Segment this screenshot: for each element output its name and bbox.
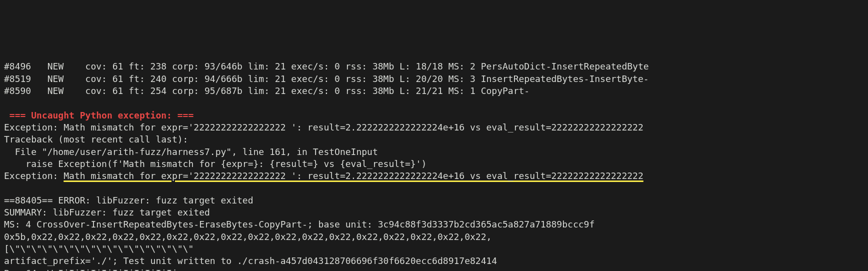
libfuzzer-ascii-line: [\"\"\"\"\"\"\"\"\"\"\"\"\"\"\"\"\" <box>4 244 194 254</box>
fuzz-log-line: #8519 NEW cov: 61 ft: 240 corp: 94/666b … <box>4 74 649 84</box>
traceback-intro: Traceback (most recent call last): <box>4 134 188 144</box>
exception-header: === Uncaught Python exception: === <box>4 110 194 120</box>
libfuzzer-artifact-line: artifact_prefix='./'; Test unit written … <box>4 256 497 266</box>
exception-message: Exception: Math mismatch for expr='22222… <box>4 122 644 132</box>
libfuzzer-base64-line: Base64: WyIiIiIiIiIiIiIiIiIiIiIi <box>4 268 178 271</box>
terminal-output: #8496 NEW cov: 61 ft: 238 corp: 93/646b … <box>0 48 868 271</box>
libfuzzer-summary-line: SUMMARY: libFuzzer: fuzz target exited <box>4 207 210 218</box>
traceback-raise-line: raise Exception(f'Math mismatch for {exp… <box>4 158 426 169</box>
exception-final-line: Exception: Math mismatch for expr='22222… <box>4 170 644 181</box>
traceback-file-line: File "/home/user/arith-fuzz/harness7.py"… <box>4 146 378 157</box>
libfuzzer-hex-line: 0x5b,0x22,0x22,0x22,0x22,0x22,0x22,0x22,… <box>4 232 492 242</box>
exception-final-underlined: Math mismatch for expr='2222222222222222… <box>64 170 644 181</box>
libfuzzer-ms-line: MS: 4 CrossOver-InsertRepeatedBytes-Eras… <box>4 219 594 230</box>
fuzz-log-line: #8590 NEW cov: 61 ft: 254 corp: 95/687b … <box>4 86 530 96</box>
fuzz-log-line: #8496 NEW cov: 61 ft: 238 corp: 93/646b … <box>4 61 649 72</box>
libfuzzer-error-line: ==88405== ERROR: libFuzzer: fuzz target … <box>4 195 254 206</box>
